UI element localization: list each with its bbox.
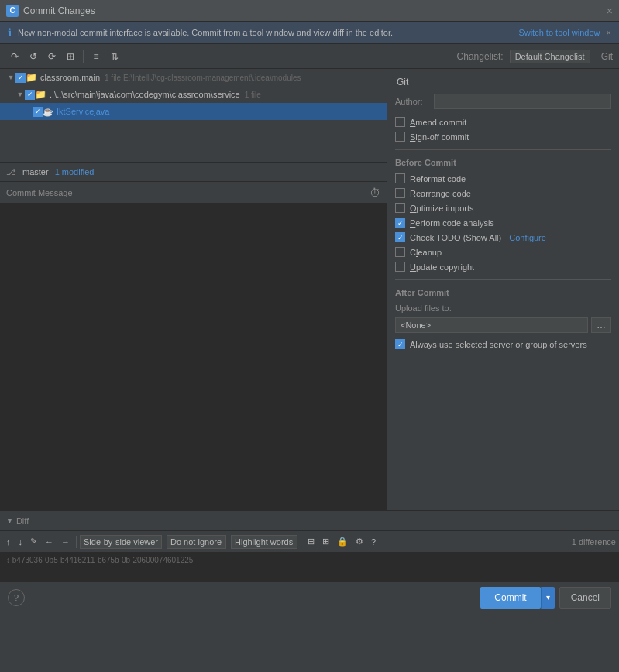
close-button[interactable]: × — [607, 5, 613, 17]
cancel-button[interactable]: Cancel — [559, 587, 611, 609]
tree-item-root[interactable]: ▼ ✓ 📁 classroom.main 1 file E:\IntelliJ\… — [0, 69, 387, 86]
git-label: Git — [601, 51, 613, 62]
help-button[interactable]: ? — [8, 589, 25, 606]
main-content: ▼ ✓ 📁 classroom.main 1 file E:\IntelliJ\… — [0, 69, 619, 510]
commit-message-input[interactable] — [0, 204, 387, 510]
optimize-imports-checkbox[interactable] — [395, 203, 405, 213]
sort-button[interactable]: ≡ — [88, 48, 105, 65]
diff-prev-button[interactable]: ↑ — [3, 533, 14, 550]
commit-button[interactable]: Commit — [480, 587, 540, 609]
bottom-bar: ? Commit ▾ Cancel — [0, 581, 619, 612]
diff-highlight-dropdown[interactable]: Highlight words — [231, 535, 297, 549]
right-panel: Git Author: Amend commit Sign-off commit… — [387, 69, 619, 510]
upload-files-label: Upload files to: — [395, 303, 452, 313]
commit-button-group: Commit ▾ Cancel — [480, 587, 611, 609]
rearrange-code-row: Rearrange code — [395, 188, 611, 198]
divider-2 — [395, 279, 611, 280]
tree-label-folder: ..\..\src\main\java\com\codegym\classroo… — [50, 90, 240, 99]
diff-collapse-arrow[interactable]: ▼ — [6, 517, 13, 525]
perform-analysis-label[interactable]: Perform code analysis — [410, 218, 494, 228]
branch-name: master — [22, 167, 49, 177]
left-panel: ▼ ✓ 📁 classroom.main 1 file E:\IntelliJ\… — [0, 69, 387, 510]
tree-sublabel-folder: 1 file — [245, 91, 261, 99]
tree-checkbox-root[interactable]: ✓ — [15, 73, 26, 83]
diff-forward-button[interactable]: → — [58, 533, 73, 550]
commit-arrow-button[interactable]: ▾ — [541, 587, 555, 609]
upload-server-dropdown[interactable]: <None> — [395, 317, 588, 333]
upload-files-row: Upload files to: — [395, 303, 611, 313]
file-tree: ▼ ✓ 📁 classroom.main 1 file E:\IntelliJ\… — [0, 69, 387, 162]
amend-commit-checkbox[interactable] — [395, 117, 405, 127]
diff-separator-2 — [301, 536, 301, 548]
commit-message-section: Commit Message ⏱ — [0, 182, 387, 510]
banner-close-button[interactable]: × — [607, 28, 611, 37]
diff-expand-all-button[interactable]: ⊞ — [319, 533, 332, 550]
reformat-code-checkbox[interactable] — [395, 173, 405, 183]
optimize-imports-row: Optimize imports — [395, 203, 611, 213]
rearrange-code-checkbox[interactable] — [395, 188, 405, 198]
diff-lock-button[interactable]: 🔒 — [334, 533, 351, 550]
diff-ignore-dropdown[interactable]: Do not ignore — [167, 535, 226, 549]
signoff-commit-checkbox[interactable] — [395, 132, 405, 142]
upload-browse-button[interactable]: … — [591, 317, 611, 333]
sort2-button[interactable]: ⇅ — [106, 48, 123, 65]
tree-label-root: classroom.main — [40, 73, 100, 82]
reformat-code-row: Reformat code — [395, 173, 611, 183]
diff-edit-button[interactable]: ✎ — [27, 533, 40, 550]
optimize-imports-label[interactable]: Optimize imports — [410, 204, 474, 213]
diff-settings-button[interactable]: ⚙ — [352, 533, 366, 550]
diff-toolbar: ↑ ↓ ✎ ← → Side-by-side viewer Do not ign… — [0, 531, 619, 553]
always-use-checkbox[interactable]: ✓ — [395, 339, 405, 349]
diff-content: ↕ b473036-0b5-b4416211-b675b-0b-20600074… — [0, 553, 619, 581]
toolbar: ↷ ↺ ⟳ ⊞ ≡ ⇅ Changelist: Default Changeli… — [0, 44, 619, 69]
reformat-code-label[interactable]: Reformat code — [410, 174, 466, 183]
diff-help-button[interactable]: ? — [368, 533, 379, 550]
collapse-arrow[interactable]: ▼ — [6, 74, 15, 81]
update-copyright-row: Update copyright — [395, 262, 611, 272]
always-use-label: Always use selected server or group of s… — [410, 340, 587, 349]
amend-commit-label[interactable]: Amend commit — [410, 118, 466, 127]
modified-badge: 1 modified — [55, 167, 95, 177]
commit-message-label: Commit Message — [6, 188, 73, 197]
author-input[interactable] — [434, 94, 611, 109]
branch-icon: ⎇ — [6, 167, 16, 177]
check-todo-label[interactable]: Check TODO (Show All) — [410, 233, 501, 242]
check-todo-checkbox[interactable]: ✓ — [395, 232, 405, 242]
tree-checkbox-file[interactable]: ✓ — [33, 107, 43, 117]
subfolder-arrow[interactable]: ▼ — [15, 91, 25, 98]
switch-to-tool-window-link[interactable]: Switch to tool window — [518, 28, 600, 37]
configure-link[interactable]: Configure — [509, 233, 546, 242]
diff-collapse-all-button[interactable]: ⊟ — [304, 533, 318, 550]
changelist-dropdown[interactable]: Default Changelist — [510, 50, 590, 63]
tree-item-folder[interactable]: ▼ ✓ 📁 ..\..\src\main\java\com\codegym\cl… — [0, 86, 387, 103]
clock-icon[interactable]: ⏱ — [370, 187, 380, 199]
signoff-commit-label[interactable]: Sign-off commit — [410, 132, 469, 142]
diff-viewer-dropdown[interactable]: Side-by-side viewer — [80, 535, 162, 549]
always-use-row: ✓ Always use selected server or group of… — [395, 339, 611, 349]
divider-1 — [395, 149, 611, 150]
diff-back-button[interactable]: ← — [42, 533, 57, 550]
separator-1 — [83, 50, 84, 63]
rearrange-code-label[interactable]: Rearrange code — [410, 189, 471, 198]
diff-section: ▼ Diff ↑ ↓ ✎ ← → Side-by-side viewer Do … — [0, 510, 619, 581]
tree-checkbox-folder[interactable]: ✓ — [25, 90, 35, 100]
branch-bar: ⎇ master 1 modified — [0, 162, 387, 182]
tree-item-file[interactable]: ✓ ☕ IktServicejava — [0, 103, 387, 120]
after-commit-header: After Commit — [395, 288, 611, 297]
diff-separator — [76, 536, 77, 548]
update-copyright-checkbox[interactable] — [395, 262, 405, 272]
undo-button[interactable]: ↺ — [25, 48, 42, 65]
author-label: Author: — [395, 97, 434, 106]
diff-next-button[interactable]: ↓ — [15, 533, 26, 550]
move-changes-button[interactable]: ↷ — [6, 48, 23, 65]
before-commit-header: Before Commit — [395, 158, 611, 167]
signoff-commit-row: Sign-off commit — [395, 132, 611, 142]
refresh-button[interactable]: ⟳ — [43, 48, 60, 65]
cleanup-checkbox[interactable] — [395, 247, 405, 257]
cleanup-label[interactable]: Cleanup — [410, 248, 442, 257]
update-copyright-label[interactable]: Update copyright — [410, 262, 474, 272]
perform-analysis-checkbox[interactable]: ✓ — [395, 218, 405, 228]
commit-message-header: Commit Message ⏱ — [0, 182, 387, 204]
title-bar: C Commit Changes × — [0, 0, 619, 22]
group-button[interactable]: ⊞ — [62, 48, 79, 65]
